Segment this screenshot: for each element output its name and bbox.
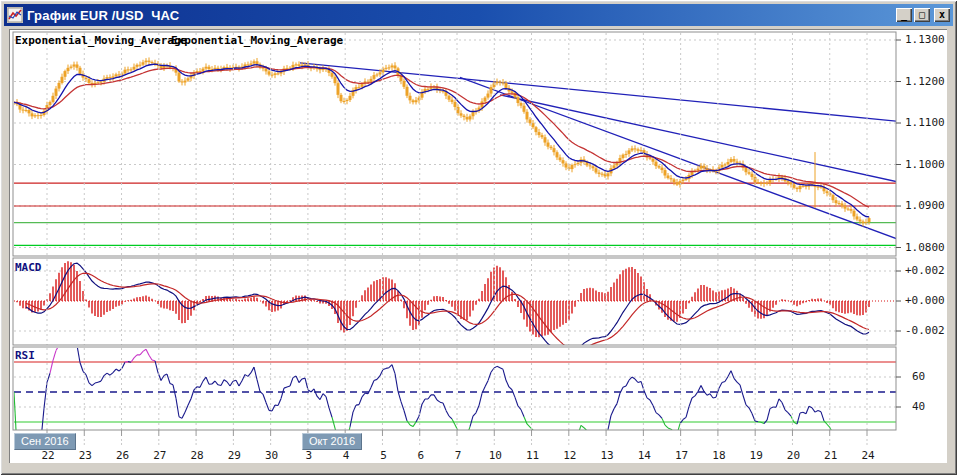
date-axis-label: 18 <box>710 449 728 462</box>
macd-axis-label: +0.002 <box>905 264 945 277</box>
ema-label-1: Exponential_Moving_Average <box>15 34 187 47</box>
date-axis-label: 20 <box>784 449 802 462</box>
date-axis-label: 7 <box>449 449 467 462</box>
date-axis-label: 26 <box>114 449 132 462</box>
chart-icon <box>7 7 23 23</box>
close-button[interactable]: x <box>934 8 950 22</box>
month-label-october: Окт 2016 <box>302 433 362 450</box>
date-axis-label: 6 <box>412 449 430 462</box>
date-axis-label: 13 <box>598 449 616 462</box>
date-axis-label: 10 <box>486 449 504 462</box>
price-axis-label: 1.1200 <box>905 75 945 88</box>
ema-label-2: Exponential_Moving_Average <box>171 34 343 47</box>
price-axis-label: 1.0800 <box>905 241 945 254</box>
date-axis-label: 11 <box>524 449 542 462</box>
minimize-button[interactable]: _ <box>896 8 912 22</box>
title-bar[interactable]: График EUR /USD ЧАС _ □ x <box>4 4 953 26</box>
date-axis-label: 3 <box>300 449 318 462</box>
date-axis-label: 17 <box>673 449 691 462</box>
date-axis-label: 27 <box>151 449 169 462</box>
date-axis-label: 12 <box>561 449 579 462</box>
date-axis-label: 30 <box>263 449 281 462</box>
date-axis-label: 5 <box>374 449 392 462</box>
maximize-button[interactable]: □ <box>914 8 930 22</box>
month-label-september: Сен 2016 <box>14 433 76 450</box>
app-window: График EUR /USD ЧАС _ □ x Exponential_Mo… <box>0 0 957 475</box>
rsi-axis-label: 40 <box>912 400 925 413</box>
price-axis-label: 1.1300 <box>905 33 945 46</box>
price-chart-canvas[interactable] <box>9 29 947 463</box>
date-axis-label: 28 <box>188 449 206 462</box>
price-axis-label: 1.1100 <box>905 116 945 129</box>
date-axis-label: 19 <box>747 449 765 462</box>
macd-label: MACD <box>15 261 42 274</box>
date-axis-label: 4 <box>337 449 355 462</box>
date-axis-label: 21 <box>822 449 840 462</box>
date-axis-label: 14 <box>635 449 653 462</box>
rsi-axis-label: 60 <box>912 370 925 383</box>
date-axis-label: 24 <box>859 449 877 462</box>
date-axis-label: 23 <box>76 449 94 462</box>
window-title: График EUR /USD ЧАС <box>27 8 179 23</box>
date-axis-label: 29 <box>225 449 243 462</box>
chart-area[interactable]: Exponential_Moving_Average Exponential_M… <box>9 29 947 463</box>
price-axis-label: 1.1000 <box>905 158 945 171</box>
macd-axis-label: +0.000 <box>905 294 945 307</box>
price-axis-label: 1.0900 <box>905 199 945 212</box>
rsi-label: RSI <box>15 349 35 362</box>
macd-axis-label: -0.002 <box>905 324 945 337</box>
date-axis-label: 22 <box>39 449 57 462</box>
